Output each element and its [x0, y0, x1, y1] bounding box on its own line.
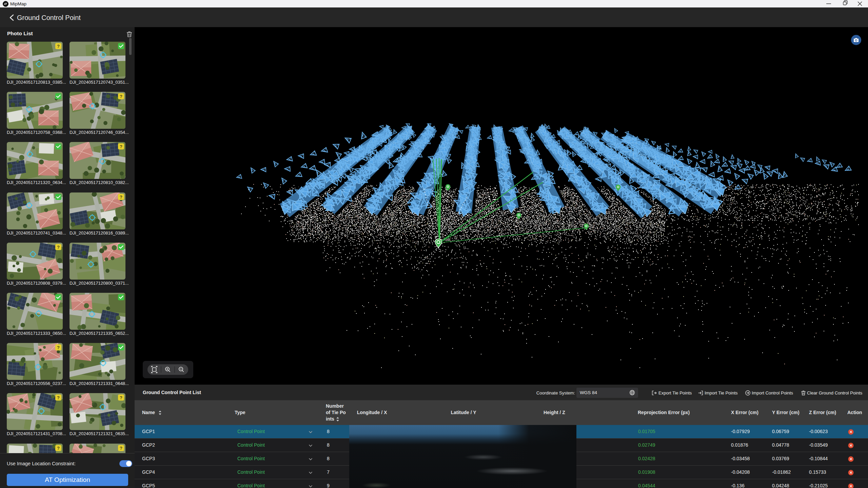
svg-text:?: ?: [120, 395, 122, 400]
svg-text:?: ?: [57, 395, 60, 400]
svg-text:?: ?: [57, 446, 60, 451]
svg-text:?: ?: [57, 345, 60, 350]
svg-text:?: ?: [57, 44, 60, 49]
svg-text:?: ?: [57, 245, 60, 250]
svg-text:?: ?: [120, 144, 122, 149]
svg-text:?: ?: [120, 446, 122, 451]
svg-text:?: ?: [120, 195, 122, 200]
svg-text:?: ?: [120, 94, 122, 99]
